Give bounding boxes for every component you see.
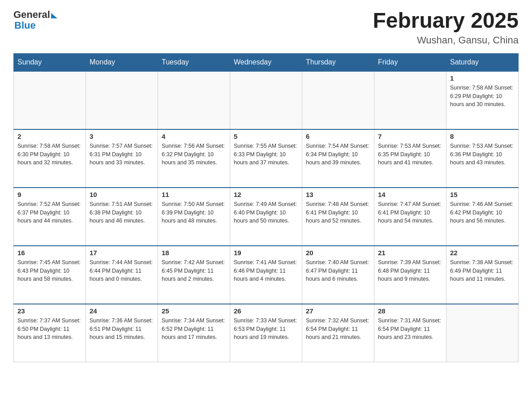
calendar-day-cell: 10Sunrise: 7:51 AM Sunset: 6:38 PM Dayli…	[86, 188, 158, 246]
day-number: 9	[17, 191, 82, 198]
day-number: 2	[17, 133, 82, 140]
day-info: Sunrise: 7:57 AM Sunset: 6:31 PM Dayligh…	[90, 142, 154, 167]
day-of-week-header: Wednesday	[230, 53, 302, 71]
calendar-day-cell	[86, 71, 158, 129]
day-info: Sunrise: 7:32 AM Sunset: 6:54 PM Dayligh…	[306, 317, 370, 342]
day-number: 22	[450, 249, 515, 257]
calendar-day-cell: 11Sunrise: 7:50 AM Sunset: 6:39 PM Dayli…	[158, 188, 230, 246]
calendar-day-cell: 15Sunrise: 7:46 AM Sunset: 6:42 PM Dayli…	[446, 188, 519, 246]
day-info: Sunrise: 7:53 AM Sunset: 6:35 PM Dayligh…	[378, 142, 442, 167]
calendar-day-cell: 4Sunrise: 7:56 AM Sunset: 6:32 PM Daylig…	[158, 129, 230, 188]
calendar-day-cell: 20Sunrise: 7:40 AM Sunset: 6:47 PM Dayli…	[302, 246, 374, 304]
day-info: Sunrise: 7:33 AM Sunset: 6:53 PM Dayligh…	[234, 317, 298, 342]
calendar-day-cell	[14, 71, 86, 129]
day-number: 11	[162, 191, 226, 198]
day-number: 14	[378, 191, 442, 198]
day-info: Sunrise: 7:42 AM Sunset: 6:45 PM Dayligh…	[162, 258, 226, 283]
calendar-day-cell	[446, 304, 519, 362]
day-of-week-header: Friday	[374, 53, 446, 71]
calendar-day-cell: 21Sunrise: 7:39 AM Sunset: 6:48 PM Dayli…	[374, 246, 446, 304]
day-number: 26	[234, 307, 298, 315]
day-number: 17	[90, 249, 154, 257]
day-info: Sunrise: 7:53 AM Sunset: 6:36 PM Dayligh…	[450, 142, 515, 167]
day-info: Sunrise: 7:36 AM Sunset: 6:51 PM Dayligh…	[90, 317, 154, 342]
day-info: Sunrise: 7:58 AM Sunset: 6:29 PM Dayligh…	[450, 84, 515, 109]
calendar-header-row: SundayMondayTuesdayWednesdayThursdayFrid…	[14, 53, 519, 71]
calendar-day-cell: 3Sunrise: 7:57 AM Sunset: 6:31 PM Daylig…	[86, 129, 158, 188]
day-of-week-header: Sunday	[14, 53, 86, 71]
calendar-day-cell: 27Sunrise: 7:32 AM Sunset: 6:54 PM Dayli…	[302, 304, 374, 362]
day-info: Sunrise: 7:58 AM Sunset: 6:30 PM Dayligh…	[17, 142, 82, 167]
day-number: 7	[378, 133, 442, 140]
calendar-day-cell	[230, 71, 302, 129]
calendar-day-cell: 12Sunrise: 7:49 AM Sunset: 6:40 PM Dayli…	[230, 188, 302, 246]
day-info: Sunrise: 7:55 AM Sunset: 6:33 PM Dayligh…	[234, 142, 298, 167]
day-info: Sunrise: 7:44 AM Sunset: 6:44 PM Dayligh…	[90, 258, 154, 283]
day-number: 3	[90, 133, 154, 140]
day-number: 13	[306, 191, 370, 198]
calendar-day-cell: 1Sunrise: 7:58 AM Sunset: 6:29 PM Daylig…	[446, 71, 519, 129]
day-number: 27	[306, 307, 370, 315]
day-info: Sunrise: 7:31 AM Sunset: 6:54 PM Dayligh…	[378, 317, 442, 342]
day-info: Sunrise: 7:40 AM Sunset: 6:47 PM Dayligh…	[306, 258, 370, 283]
calendar-day-cell: 9Sunrise: 7:52 AM Sunset: 6:37 PM Daylig…	[14, 188, 86, 246]
calendar-day-cell: 18Sunrise: 7:42 AM Sunset: 6:45 PM Dayli…	[158, 246, 230, 304]
day-of-week-header: Monday	[86, 53, 158, 71]
calendar-day-cell: 17Sunrise: 7:44 AM Sunset: 6:44 PM Dayli…	[86, 246, 158, 304]
day-number: 1	[450, 74, 515, 82]
day-of-week-header: Saturday	[446, 53, 519, 71]
day-info: Sunrise: 7:39 AM Sunset: 6:48 PM Dayligh…	[378, 258, 442, 283]
calendar-day-cell: 24Sunrise: 7:36 AM Sunset: 6:51 PM Dayli…	[86, 304, 158, 362]
calendar-day-cell: 2Sunrise: 7:58 AM Sunset: 6:30 PM Daylig…	[14, 129, 86, 188]
calendar-week-row: 2Sunrise: 7:58 AM Sunset: 6:30 PM Daylig…	[14, 129, 519, 188]
calendar-day-cell: 28Sunrise: 7:31 AM Sunset: 6:54 PM Dayli…	[374, 304, 446, 362]
calendar-day-cell: 25Sunrise: 7:34 AM Sunset: 6:52 PM Dayli…	[158, 304, 230, 362]
calendar-day-cell: 19Sunrise: 7:41 AM Sunset: 6:46 PM Dayli…	[230, 246, 302, 304]
calendar-day-cell: 23Sunrise: 7:37 AM Sunset: 6:50 PM Dayli…	[14, 304, 86, 362]
calendar-day-cell: 22Sunrise: 7:38 AM Sunset: 6:49 PM Dayli…	[446, 246, 519, 304]
page-header: General Blue February 2025 Wushan, Gansu…	[13, 9, 519, 46]
day-number: 23	[17, 307, 82, 315]
day-info: Sunrise: 7:46 AM Sunset: 6:42 PM Dayligh…	[450, 200, 515, 225]
day-info: Sunrise: 7:37 AM Sunset: 6:50 PM Dayligh…	[17, 317, 82, 342]
location-title: Wushan, Gansu, China	[373, 34, 519, 46]
day-info: Sunrise: 7:41 AM Sunset: 6:46 PM Dayligh…	[234, 258, 298, 283]
calendar-day-cell	[302, 71, 374, 129]
logo-arrow-icon	[51, 13, 57, 18]
day-of-week-header: Thursday	[302, 53, 374, 71]
month-title: February 2025	[373, 9, 519, 33]
calendar-day-cell: 5Sunrise: 7:55 AM Sunset: 6:33 PM Daylig…	[230, 129, 302, 188]
title-block: February 2025 Wushan, Gansu, China	[373, 9, 519, 46]
day-info: Sunrise: 7:54 AM Sunset: 6:34 PM Dayligh…	[306, 142, 370, 167]
calendar-day-cell: 16Sunrise: 7:45 AM Sunset: 6:43 PM Dayli…	[14, 246, 86, 304]
calendar-week-row: 16Sunrise: 7:45 AM Sunset: 6:43 PM Dayli…	[14, 246, 519, 304]
day-number: 19	[234, 249, 298, 257]
day-info: Sunrise: 7:47 AM Sunset: 6:41 PM Dayligh…	[378, 200, 442, 225]
calendar-week-row: 9Sunrise: 7:52 AM Sunset: 6:37 PM Daylig…	[14, 188, 519, 246]
day-info: Sunrise: 7:56 AM Sunset: 6:32 PM Dayligh…	[162, 142, 226, 167]
day-info: Sunrise: 7:50 AM Sunset: 6:39 PM Dayligh…	[162, 200, 226, 225]
logo: General Blue	[13, 9, 57, 31]
calendar-table: SundayMondayTuesdayWednesdayThursdayFrid…	[13, 53, 519, 363]
calendar-day-cell: 14Sunrise: 7:47 AM Sunset: 6:41 PM Dayli…	[374, 188, 446, 246]
calendar-day-cell	[158, 71, 230, 129]
day-number: 5	[234, 133, 298, 140]
day-number: 12	[234, 191, 298, 198]
calendar-day-cell: 26Sunrise: 7:33 AM Sunset: 6:53 PM Dayli…	[230, 304, 302, 362]
day-info: Sunrise: 7:45 AM Sunset: 6:43 PM Dayligh…	[17, 258, 82, 283]
day-number: 8	[450, 133, 515, 140]
day-number: 28	[378, 307, 442, 315]
day-number: 15	[450, 191, 515, 198]
day-number: 10	[90, 191, 154, 198]
day-number: 25	[162, 307, 226, 315]
day-number: 20	[306, 249, 370, 257]
calendar-week-row: 1Sunrise: 7:58 AM Sunset: 6:29 PM Daylig…	[14, 71, 519, 129]
calendar-week-row: 23Sunrise: 7:37 AM Sunset: 6:50 PM Dayli…	[14, 304, 519, 362]
calendar-day-cell	[374, 71, 446, 129]
day-of-week-header: Tuesday	[158, 53, 230, 71]
day-number: 4	[162, 133, 226, 140]
calendar-day-cell: 13Sunrise: 7:48 AM Sunset: 6:41 PM Dayli…	[302, 188, 374, 246]
calendar-day-cell: 8Sunrise: 7:53 AM Sunset: 6:36 PM Daylig…	[446, 129, 519, 188]
day-info: Sunrise: 7:34 AM Sunset: 6:52 PM Dayligh…	[162, 317, 226, 342]
day-info: Sunrise: 7:38 AM Sunset: 6:49 PM Dayligh…	[450, 258, 515, 283]
